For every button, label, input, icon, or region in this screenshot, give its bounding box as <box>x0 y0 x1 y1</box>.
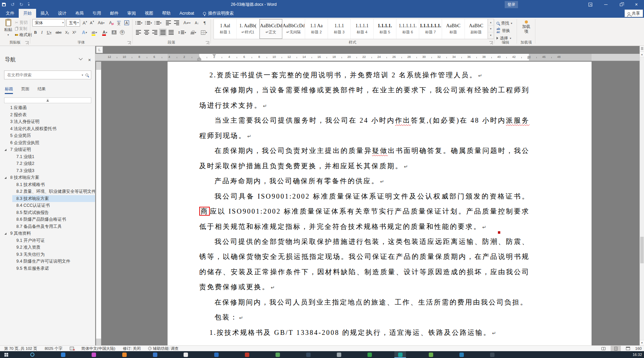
taskbar-app-button[interactable] <box>425 351 437 358</box>
taskbar-app-button[interactable] <box>149 351 161 358</box>
style-item-标题 6[interactable]: 1.1.1.1.1.标题 6 <box>396 19 419 39</box>
text-effects-button[interactable]: A▾ <box>80 29 89 36</box>
nav-heading-item[interactable]: 8.5 型式试验报告 <box>0 209 95 216</box>
asian-layout-button[interactable]: A⇄▾ <box>182 19 192 27</box>
collapse-triangle-icon[interactable] <box>4 177 6 179</box>
style-item-副标题[interactable]: AaBbC副标题 <box>465 19 488 39</box>
nav-heading-item[interactable]: 6 企业营业执照 <box>0 139 95 146</box>
accessibility-status[interactable]: 辅助功能: 调查 <box>148 346 178 351</box>
redo-icon[interactable]: ↻ <box>19 0 23 9</box>
bold-button[interactable]: B <box>32 29 38 36</box>
minimize-button[interactable] <box>598 0 613 9</box>
grow-font-button[interactable]: A▴ <box>81 19 88 27</box>
nav-heading-item[interactable]: 7.1 业绩1 <box>0 153 95 160</box>
track-changes-status[interactable]: 修订: 关闭 <box>123 346 141 351</box>
gallery-expand-icon[interactable]: ▼ <box>488 32 493 39</box>
taskbar-app-button[interactable] <box>486 351 498 358</box>
nav-heading-item[interactable]: 1 应邀函 <box>0 104 95 111</box>
ribbon-tab-帮助[interactable]: 帮助 <box>158 9 175 18</box>
language-status[interactable]: 简体中文(中国大陆) <box>81 346 115 351</box>
increase-indent-button[interactable] <box>173 19 180 27</box>
character-border-button[interactable]: A <box>123 19 130 27</box>
taskbar-app-button[interactable] <box>119 351 130 358</box>
phonetic-guide-button[interactable]: wén文 <box>115 19 122 27</box>
right-indent-marker[interactable] <box>527 57 531 59</box>
taskbar-app-button[interactable] <box>394 351 406 358</box>
nav-heading-item[interactable]: 9.3 无失信行为 <box>0 251 95 258</box>
cut-button[interactable]: ✂ 剪切 <box>15 20 28 26</box>
style-item-无间隔[interactable]: AaBbCcDd↵无间隔 <box>282 19 305 39</box>
nav-tab-标题[interactable]: 标题 <box>5 86 13 94</box>
distribute-button[interactable] <box>167 29 175 36</box>
share-button[interactable]: 共享 <box>625 10 643 17</box>
document-page[interactable]: 2.资质证书提供一套完整的使用说明书，并免费培训 2 名系统操作管理人员。↵在保… <box>168 62 592 345</box>
font-color-button[interactable]: A▾ <box>100 29 109 36</box>
clipboard-dialog-launcher[interactable] <box>25 41 29 45</box>
taskbar-app-button[interactable] <box>333 351 345 358</box>
align-center-button[interactable] <box>143 29 150 36</box>
nav-heading-item[interactable]: 7.3 业绩3 <box>0 167 95 174</box>
taskbar-clock[interactable]: 16:32 <box>632 353 642 357</box>
gallery-up-icon[interactable]: ▲ <box>488 19 493 26</box>
search-options-caret-icon[interactable]: ▾ <box>82 74 83 77</box>
ribbon-tab-布局[interactable]: 布局 <box>71 9 88 18</box>
nav-tab-页面[interactable]: 页面 <box>21 86 29 94</box>
change-case-button[interactable]: Aa▾ <box>96 19 106 27</box>
left-indent-marker[interactable] <box>198 59 201 60</box>
nav-tab-结果[interactable]: 结果 <box>37 86 46 94</box>
replace-button[interactable]: abac 替换 <box>497 27 510 34</box>
ribbon-tab-操作说明搜索[interactable]: 操作说明搜索 <box>199 9 238 18</box>
collapse-triangle-icon[interactable] <box>4 149 6 151</box>
nav-heading-item[interactable]: 8.1 技术规格书 <box>0 181 95 188</box>
style-item-标题 2[interactable]: 1.1 Aa标题 2 <box>305 19 328 39</box>
clear-formatting-button[interactable]: A <box>108 19 115 27</box>
enclose-characters-button[interactable]: 字 <box>119 29 126 36</box>
font-name-combo[interactable]: 宋体 <box>32 19 65 27</box>
taskbar-app-button[interactable] <box>241 351 253 358</box>
numbering-button[interactable]: ▾ <box>144 19 153 27</box>
document-search-input[interactable]: 在文档中搜索 ▾ <box>4 71 91 79</box>
ribbon-tab-邮件[interactable]: 邮件 <box>106 9 123 18</box>
vertical-scrollbar[interactable]: ▲ ▼ <box>640 46 644 345</box>
shrink-font-button[interactable]: A▾ <box>89 19 95 27</box>
nav-heading-item[interactable]: 2 报价表 <box>0 111 95 119</box>
nav-heading-item[interactable]: 9 其他资料 <box>0 230 95 237</box>
ribbon-tab-设计[interactable]: 设计 <box>53 9 71 18</box>
ribbon-tab-插入[interactable]: 插入 <box>36 9 53 18</box>
tab-stop-selector[interactable]: L <box>96 46 103 53</box>
close-button[interactable]: × <box>629 0 644 9</box>
style-item-标题 3[interactable]: 1.1.1标题 3 <box>328 19 351 39</box>
sort-button[interactable]: A↓ <box>193 19 201 27</box>
collapse-triangle-icon[interactable] <box>4 233 6 235</box>
style-item-标题 1[interactable]: 1 Aal标题 1 <box>214 19 237 39</box>
borders-button[interactable]: ▾ <box>199 29 209 36</box>
taskbar-app-button[interactable] <box>57 351 69 358</box>
italic-button[interactable]: I <box>39 29 45 36</box>
superscript-button[interactable]: X² <box>71 29 78 36</box>
taskbar-app-button[interactable] <box>88 351 99 358</box>
taskbar-app-button[interactable] <box>27 351 38 358</box>
start-button[interactable] <box>0 351 12 358</box>
align-right-button[interactable] <box>151 29 158 36</box>
font-dialog-launcher[interactable] <box>127 41 131 45</box>
proofing-status[interactable] <box>70 347 74 350</box>
hanging-indent-marker[interactable] <box>198 57 201 59</box>
horizontal-ruler[interactable]: 1210864224681012141618202224262830323436… <box>95 54 640 61</box>
first-line-indent-marker[interactable] <box>213 54 216 57</box>
decrease-indent-button[interactable] <box>164 19 172 27</box>
nav-heading-item[interactable]: 9.4 防爆生产许可证说明文件 <box>0 258 95 265</box>
shading-button[interactable]: ▾ <box>188 29 199 36</box>
nav-heading-item[interactable]: 8.4 CCC认证证书 <box>0 202 95 209</box>
word-count-status[interactable]: 8025 个字 <box>45 346 62 351</box>
character-shading-button[interactable]: A <box>111 29 117 36</box>
bullets-button[interactable]: ▾ <box>135 19 143 27</box>
format-painter-button[interactable]: 格式刷 <box>15 32 32 38</box>
ribbon-tab-审阅[interactable]: 审阅 <box>123 9 140 18</box>
style-item-标题 5[interactable]: 1.1.1.1.标题 5 <box>374 19 396 39</box>
taskbar-app-button[interactable] <box>456 351 467 358</box>
ribbon-tab-引用[interactable]: 引用 <box>88 9 106 18</box>
style-item-标题 4[interactable]: 1.1.1.1标题 4 <box>351 19 374 39</box>
multilevel-list-button[interactable]: ▾ <box>154 19 162 27</box>
nav-heading-item[interactable]: 9.1 开户许可证 <box>0 237 95 244</box>
align-left-button[interactable] <box>135 29 142 36</box>
